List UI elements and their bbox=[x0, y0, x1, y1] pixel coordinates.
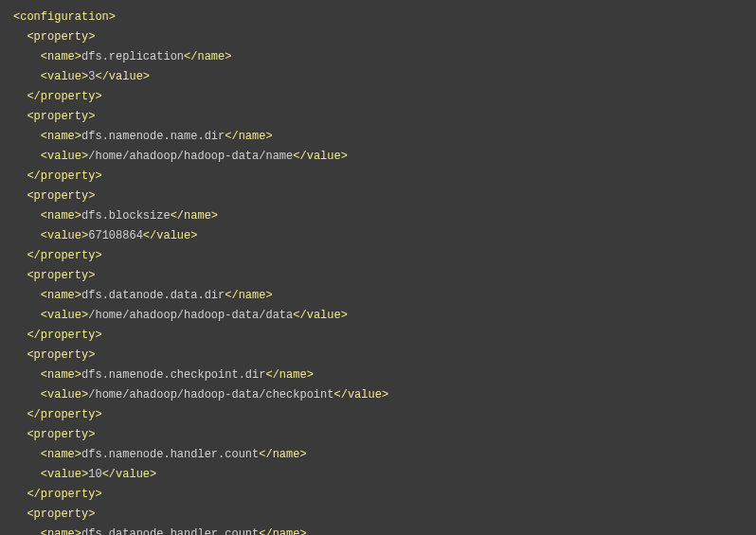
xml-config-code: <configuration> <property> <name>dfs.rep… bbox=[0, 0, 756, 535]
xml-text: dfs.replication bbox=[81, 50, 184, 63]
xml-tag: <name> bbox=[41, 527, 81, 535]
xml-tag: <property> bbox=[27, 189, 95, 203]
xml-tag: <name> bbox=[41, 448, 81, 461]
xml-tag: </value> bbox=[95, 70, 150, 83]
xml-tag: </property> bbox=[27, 90, 101, 103]
xml-tag: <property> bbox=[27, 428, 95, 441]
xml-tag: <name> bbox=[41, 50, 81, 63]
xml-tag: </value> bbox=[102, 468, 157, 481]
xml-tag: </name> bbox=[171, 209, 218, 223]
xml-tag: </property> bbox=[27, 408, 101, 421]
xml-tag: <name> bbox=[41, 130, 81, 143]
xml-tag: </value> bbox=[143, 229, 198, 242]
xml-text: /home/ahadoop/hadoop-data/name bbox=[88, 150, 293, 163]
xml-tag: </property> bbox=[27, 488, 101, 501]
xml-tag: <name> bbox=[41, 368, 81, 382]
xml-tag: <value> bbox=[41, 229, 88, 242]
xml-tag: </name> bbox=[259, 527, 306, 535]
xml-tag: </value> bbox=[333, 388, 388, 401]
xml-tag: <name> bbox=[41, 289, 81, 302]
xml-text: 10 bbox=[88, 468, 101, 481]
xml-tag: </property> bbox=[27, 249, 101, 262]
xml-text: /home/ahadoop/hadoop-data/data bbox=[88, 309, 293, 322]
xml-text: dfs.namenode.handler.count bbox=[81, 448, 259, 461]
xml-text: /home/ahadoop/hadoop-data/checkpoint bbox=[88, 388, 333, 401]
xml-tag: </property> bbox=[27, 329, 101, 342]
xml-tag: <property> bbox=[27, 348, 95, 362]
xml-tag: </value> bbox=[293, 309, 348, 322]
xml-text: dfs.blocksize bbox=[81, 209, 171, 223]
xml-tag: <property> bbox=[27, 508, 95, 521]
xml-tag: </name> bbox=[225, 289, 272, 302]
xml-tag: <value> bbox=[41, 309, 88, 322]
xml-tag: <property> bbox=[27, 30, 95, 44]
xml-tag: <name> bbox=[41, 209, 81, 223]
xml-tag: </name> bbox=[259, 448, 306, 461]
xml-tag: <value> bbox=[41, 150, 88, 163]
xml-text: 67108864 bbox=[88, 229, 143, 242]
xml-tag: </value> bbox=[293, 150, 348, 163]
xml-text: dfs.namenode.checkpoint.dir bbox=[81, 368, 265, 382]
xml-tag: <configuration> bbox=[13, 10, 116, 24]
xml-text: dfs.datanode.handler.count bbox=[81, 527, 259, 535]
xml-tag: <value> bbox=[41, 388, 88, 401]
xml-text: dfs.namenode.name.dir bbox=[81, 130, 225, 143]
xml-tag: <value> bbox=[41, 468, 88, 481]
xml-tag: </property> bbox=[27, 169, 101, 183]
xml-text: dfs.datanode.data.dir bbox=[81, 289, 225, 302]
xml-tag: </name> bbox=[225, 130, 272, 143]
xml-tag: <property> bbox=[27, 269, 95, 282]
xml-tag: </name> bbox=[265, 368, 313, 382]
xml-tag: </name> bbox=[184, 50, 231, 63]
xml-tag: <property> bbox=[27, 110, 95, 123]
xml-tag: <value> bbox=[41, 70, 88, 83]
